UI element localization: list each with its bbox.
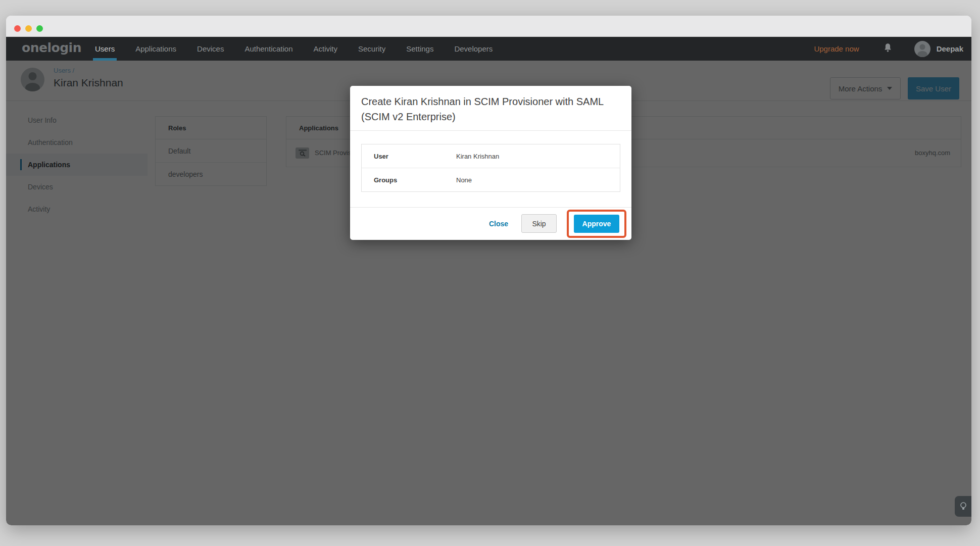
nav-item-authentication[interactable]: Authentication [244,37,292,61]
nav-item-settings[interactable]: Settings [406,37,433,61]
nav-item-users[interactable]: Users [95,37,115,61]
username-label[interactable]: Deepak [937,44,963,53]
onelogin-logo: onelogin [22,40,81,55]
approve-highlight-annotation: Approve [567,210,626,238]
nav-item-activity[interactable]: Activity [314,37,338,61]
skip-button[interactable]: Skip [521,214,557,233]
modal-fields-table: User Kiran Krishnan Groups None [361,144,620,192]
table-row: User Kiran Krishnan [362,144,620,168]
minimize-window-button[interactable] [25,25,32,32]
close-button[interactable]: Close [489,220,508,228]
approve-button[interactable]: Approve [574,215,619,233]
app-window: onelogin Users Applications Devices Auth… [6,16,971,525]
nav-menu: Users Applications Devices Authenticatio… [95,37,493,61]
nav-item-developers[interactable]: Developers [454,37,493,61]
close-window-button[interactable] [14,25,21,32]
titlebar [6,16,971,37]
user-field-value: Kiran Krishnan [456,153,499,160]
modal-title: Create Kiran Krishnan in SCIM Provisione… [361,94,614,124]
groups-field-label: Groups [374,176,397,184]
nav-right-group: Upgrade now Deepak [814,37,963,61]
maximize-window-button[interactable] [36,25,43,32]
nav-item-devices[interactable]: Devices [197,37,224,61]
top-navbar: onelogin Users Applications Devices Auth… [6,37,971,61]
notifications-bell-icon[interactable] [884,43,892,55]
table-row: Groups None [362,168,620,192]
page-content: Users / Kiran Krishnan More Actions Save… [6,61,971,525]
nav-item-applications[interactable]: Applications [135,37,176,61]
nav-item-security[interactable]: Security [358,37,385,61]
create-user-modal: Create Kiran Krishnan in SCIM Provisione… [350,86,631,240]
modal-header-divider [350,130,631,131]
groups-field-value: None [456,176,472,184]
lightbulb-icon [960,502,967,512]
hints-tab[interactable] [955,496,971,517]
modal-footer: Close Skip Approve [489,207,626,240]
upgrade-now-link[interactable]: Upgrade now [814,44,859,53]
user-avatar[interactable] [914,41,930,57]
user-field-label: User [374,153,388,160]
